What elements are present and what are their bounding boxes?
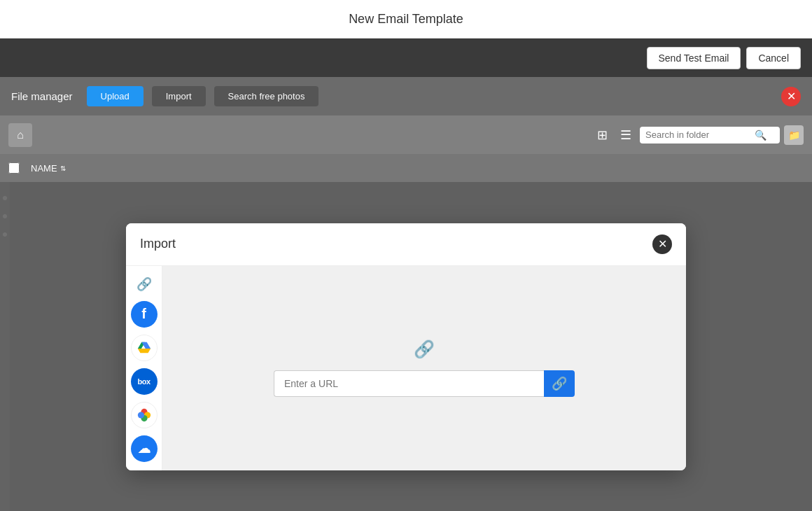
file-browser-bar: ⌂ ⊞ ☰ 🔍 📁 — [0, 115, 812, 154]
page-wrapper: New Email Template Send Test Email Cance… — [0, 0, 812, 511]
center-link-symbol: 🔗 — [414, 340, 435, 358]
modal-sidebar: 🔗 f — [126, 266, 162, 470]
search-folder-container: 🔍 — [640, 127, 780, 144]
name-column-header: NAME ⇅ — [31, 163, 66, 174]
url-submit-icon: 🔗 — [552, 376, 567, 391]
modal-close-icon: ✕ — [658, 237, 667, 251]
center-link-icon: 🔗 — [414, 340, 435, 359]
import-button[interactable]: Import — [152, 86, 206, 106]
search-folder-input[interactable] — [645, 130, 750, 140]
close-icon: ✕ — [787, 90, 796, 103]
folder-button[interactable]: 📁 — [784, 125, 804, 145]
facebook-icon: f — [141, 306, 146, 322]
upload-button[interactable]: Upload — [87, 86, 144, 106]
content-area: File manager Upload Import Search free p… — [0, 77, 812, 511]
modal-overlay: Import ✕ 🔗 — [0, 182, 812, 511]
top-header: New Email Template — [0, 0, 812, 38]
list-icon: ☰ — [620, 127, 631, 143]
modal-header: Import ✕ — [126, 223, 686, 266]
cancel-button[interactable]: Cancel — [746, 47, 801, 69]
google-photos-icon — [136, 407, 152, 423]
url-input[interactable] — [274, 370, 544, 397]
url-submit-button[interactable]: 🔗 — [544, 370, 575, 397]
select-all-checkbox[interactable] — [8, 162, 20, 174]
search-free-photos-button[interactable]: Search free photos — [214, 86, 319, 106]
svg-point-3 — [137, 412, 144, 418]
file-manager-title: File manager — [11, 90, 73, 102]
home-icon: ⌂ — [17, 129, 24, 141]
search-icon: 🔍 — [755, 130, 766, 141]
modal-body: 🔗 f — [126, 266, 686, 470]
box-icon: box — [137, 377, 150, 386]
modal-main-area: 🔗 🔗 — [162, 266, 686, 470]
modal-close-button[interactable]: ✕ — [652, 234, 672, 254]
toolbar: Send Test Email Cancel — [0, 38, 812, 77]
send-test-email-button[interactable]: Send Test Email — [647, 47, 741, 69]
view-buttons: ⊞ ☰ 🔍 📁 — [592, 125, 804, 145]
home-button[interactable]: ⌂ — [8, 123, 32, 147]
main-content: Import ✕ 🔗 — [0, 182, 812, 511]
table-header: NAME ⇅ — [0, 154, 812, 182]
url-tab-icon[interactable]: 🔗 — [134, 274, 154, 294]
cloud-icon: ☁ — [138, 441, 150, 456]
url-input-row: 🔗 — [274, 370, 575, 397]
grid-icon: ⊞ — [597, 127, 608, 143]
grid-view-button[interactable]: ⊞ — [592, 125, 612, 145]
sort-icon: ⇅ — [60, 164, 66, 172]
cloud-import-button[interactable]: ☁ — [131, 435, 158, 462]
file-manager-bar: File manager Upload Import Search free p… — [0, 77, 812, 115]
link-icon: 🔗 — [136, 276, 152, 292]
page-title: New Email Template — [349, 12, 463, 27]
google-drive-import-button[interactable] — [131, 335, 158, 361]
list-view-button[interactable]: ☰ — [616, 125, 636, 145]
folder-icon: 📁 — [788, 130, 800, 141]
google-photos-import-button[interactable] — [131, 402, 158, 428]
facebook-import-button[interactable]: f — [131, 301, 158, 328]
google-drive-icon — [136, 340, 152, 356]
modal-title: Import — [140, 237, 176, 251]
file-manager-close-button[interactable]: ✕ — [781, 87, 801, 106]
box-import-button[interactable]: box — [131, 368, 158, 395]
import-modal: Import ✕ 🔗 — [126, 223, 686, 470]
